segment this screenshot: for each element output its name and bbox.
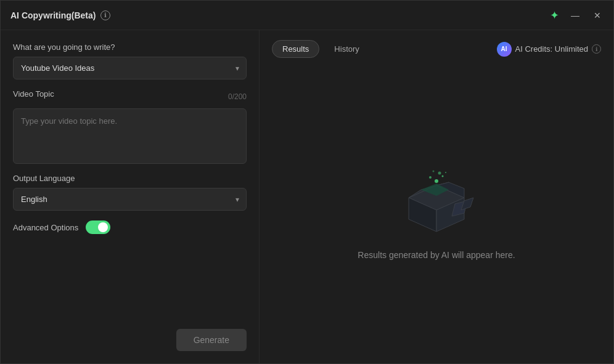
bookmark-icon[interactable]: ✦ [550,9,559,22]
svg-point-8 [442,176,444,177]
app-title: AI Copywriting(Beta) [10,10,96,20]
svg-point-10 [433,171,435,172]
tabs: Results History [272,40,369,58]
right-header: Results History AI AI Credits: Unlimited… [272,40,601,58]
tab-history[interactable]: History [324,41,369,57]
video-topic-group: Video Topic 0/200 [13,89,247,164]
ai-logo: AI [497,42,512,57]
video-topic-input[interactable] [13,108,247,164]
tab-results[interactable]: Results [272,40,319,58]
output-language-label: Output Language [13,174,247,183]
svg-point-6 [435,179,438,183]
advanced-options-label: Advanced Options [13,223,78,232]
left-panel: What are you going to write? Youtube Vid… [1,30,260,363]
language-select[interactable]: English [13,188,247,211]
char-count: 0/200 [228,92,247,101]
video-topic-header: Video Topic 0/200 [13,89,247,103]
main-content: What are you going to write? Youtube Vid… [1,30,613,363]
results-message: Results generated by AI will appear here… [358,250,515,260]
results-area: Results generated by AI will appear here… [272,70,601,354]
what-to-write-label: What are you going to write? [13,42,247,52]
title-bar: AI Copywriting(Beta) ℹ ✦ — ✕ [1,1,613,30]
title-info-icon[interactable]: ℹ [100,10,110,20]
content-type-select[interactable]: Youtube Video Ideas [13,57,247,79]
video-topic-label: Video Topic [13,89,54,99]
output-language-group: Output Language English ▾ [13,174,247,211]
svg-point-9 [438,172,441,175]
language-select-wrapper: English ▾ [13,188,247,211]
content-type-wrapper: Youtube Video Ideas ▾ [13,57,247,79]
title-bar-right: ✦ — ✕ [550,9,604,22]
generate-btn-wrapper: Generate [13,329,247,351]
svg-point-7 [429,176,432,179]
right-panel: Results History AI AI Credits: Unlimited… [260,30,613,363]
empty-state-illustration [393,164,480,238]
title-bar-left: AI Copywriting(Beta) ℹ [10,10,110,20]
ai-credits: AI AI Credits: Unlimited ℹ [497,42,601,57]
what-to-write-group: What are you going to write? Youtube Vid… [13,42,247,79]
svg-point-11 [445,172,446,173]
generate-button[interactable]: Generate [176,329,247,351]
minimize-button[interactable]: — [569,9,581,22]
app-window: AI Copywriting(Beta) ℹ ✦ — ✕ What are yo… [0,0,614,364]
credits-info-icon[interactable]: ℹ [592,44,601,54]
advanced-options-row: Advanced Options [13,220,247,234]
advanced-options-toggle[interactable] [86,220,110,234]
close-button[interactable]: ✕ [591,9,604,22]
ai-credits-text: AI Credits: Unlimited [515,44,588,54]
